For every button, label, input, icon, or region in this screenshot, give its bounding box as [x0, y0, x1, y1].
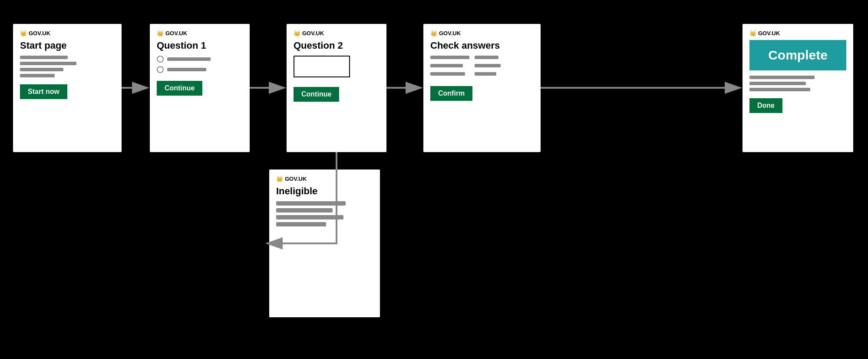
gov-header-start: 👑 GOV.UK — [20, 30, 115, 37]
question2-card: 👑 GOV.UK Question 2 Continue — [287, 24, 386, 152]
check-line-3 — [430, 72, 465, 76]
crown-icon-ineligible: 👑 — [276, 176, 283, 182]
text-line-2 — [20, 62, 76, 65]
text-line-3 — [20, 68, 63, 71]
crown-icon-check: 👑 — [430, 30, 437, 37]
complete-line-2 — [749, 82, 806, 85]
gov-header-complete: 👑 GOV.UK — [749, 30, 846, 37]
check-answers-title: Check answers — [430, 40, 534, 51]
continue-button-q1[interactable]: Continue — [157, 81, 202, 96]
gov-label-ineligible: GOV.UK — [285, 176, 307, 182]
gov-label-start: GOV.UK — [29, 30, 50, 37]
check-line-2 — [430, 64, 463, 67]
gov-header-q2: 👑 GOV.UK — [294, 30, 380, 37]
confirm-button[interactable]: Confirm — [430, 86, 472, 101]
gov-label-q2: GOV.UK — [302, 30, 324, 37]
text-input-q2[interactable] — [294, 56, 350, 77]
text-line-4 — [20, 74, 55, 77]
question2-title: Question 2 — [294, 40, 380, 51]
complete-card: 👑 GOV.UK Complete Done — [743, 24, 853, 152]
crown-icon-q1: 👑 — [157, 30, 164, 37]
radio-label-1 — [167, 57, 211, 61]
continue-button-q2[interactable]: Continue — [294, 87, 339, 102]
ineligible-line-3 — [276, 215, 343, 219]
check-answers-card: 👑 GOV.UK Check answers Confirm — [423, 24, 541, 152]
check-line-5 — [475, 64, 501, 67]
radio-circle-2 — [157, 66, 164, 73]
complete-line-3 — [749, 88, 810, 91]
check-cols — [430, 56, 534, 78]
gov-label-check: GOV.UK — [439, 30, 461, 37]
gov-label-q1: GOV.UK — [165, 30, 187, 37]
gov-header-ineligible: 👑 GOV.UK — [276, 176, 373, 182]
radio-circle-1 — [157, 56, 164, 63]
check-line-1 — [430, 56, 469, 59]
complete-banner: Complete — [749, 40, 846, 70]
done-button[interactable]: Done — [749, 98, 782, 113]
ineligible-card: 👑 GOV.UK Ineligible — [269, 170, 380, 317]
ineligible-line-1 — [276, 201, 346, 206]
check-line-4 — [475, 56, 498, 59]
check-col-right — [475, 56, 501, 78]
ineligible-title: Ineligible — [276, 186, 373, 197]
gov-header-check: 👑 GOV.UK — [430, 30, 534, 37]
radio-row-2 — [157, 66, 243, 73]
radio-label-2 — [167, 68, 206, 71]
complete-line-1 — [749, 76, 815, 79]
gov-header-q1: 👑 GOV.UK — [157, 30, 243, 37]
ineligible-line-4 — [276, 222, 326, 226]
start-page-card: 👑 GOV.UK Start page Start now — [13, 24, 122, 152]
crown-icon-start: 👑 — [20, 30, 27, 37]
check-line-6 — [475, 72, 496, 76]
ineligible-line-2 — [276, 208, 333, 213]
crown-icon-q2: 👑 — [294, 30, 300, 37]
radio-row-1 — [157, 56, 243, 63]
start-now-button[interactable]: Start now — [20, 84, 67, 99]
start-page-title: Start page — [20, 40, 115, 51]
question1-card: 👑 GOV.UK Question 1 Continue — [150, 24, 250, 152]
text-line-1 — [20, 56, 68, 59]
gov-label-complete: GOV.UK — [758, 30, 780, 37]
check-col-left — [430, 56, 469, 78]
question1-title: Question 1 — [157, 40, 243, 51]
crown-icon-complete: 👑 — [749, 30, 756, 37]
